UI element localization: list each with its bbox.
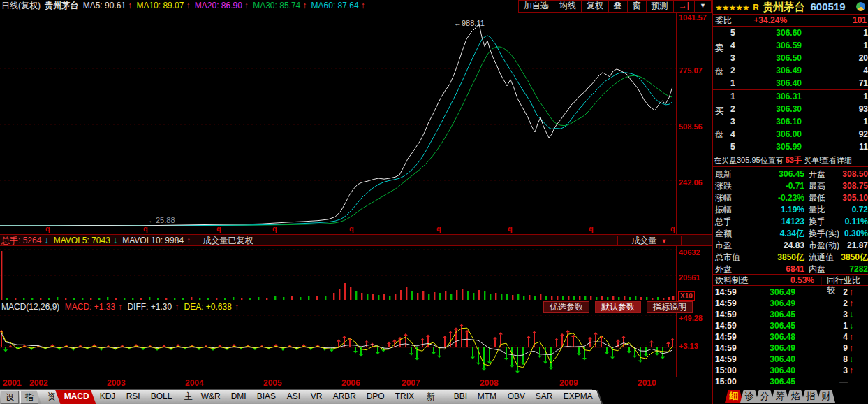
mavol10-trend-icon: ↑: [186, 236, 191, 245]
volume-header-bar: 总手: 5264↓ MAVOL5: 7043↓ MAVOL10: 9984↑ 成…: [0, 234, 712, 246]
year-label: 2009: [559, 378, 578, 388]
year-label: 2002: [29, 378, 48, 388]
settings-button[interactable]: 设置: [1, 391, 19, 404]
svg-text:←25.88: ←25.88: [148, 216, 175, 224]
sector-row: 饮料制造 0.53% | 同行业比较: [715, 275, 868, 285]
svg-text:q: q: [216, 224, 221, 233]
volume-axis-tick: 20561: [679, 273, 700, 282]
ma20-label: MA20: 86.90: [195, 1, 242, 10]
tick-row: 14:59306.499↑: [715, 342, 868, 354]
tab-chips[interactable]: 筹: [771, 390, 789, 403]
volume-axis-tick: 40632: [679, 248, 700, 257]
total-lots-trend-icon: ↓: [44, 236, 48, 245]
divider: [713, 166, 868, 167]
ma20-trend-icon: ↑: [244, 1, 249, 10]
window-button[interactable]: 窗: [628, 1, 647, 12]
sell-row-4: 4306.591: [728, 39, 868, 52]
indicator-help-button[interactable]: 指标说明: [647, 301, 693, 313]
tab-expma[interactable]: EXPMA: [554, 390, 603, 404]
dea-trend-icon: ↑: [235, 302, 239, 312]
overlay-button[interactable]: 叠: [609, 1, 628, 12]
tick-row: 15:00306.45—: [715, 376, 868, 387]
tick-row: 14:59306.451↓: [715, 320, 868, 331]
buy-row-1: 1306.311: [728, 90, 868, 103]
notice-detail-link[interactable]: 买单!查看详细: [802, 156, 852, 164]
year-label: 2005: [263, 378, 282, 388]
year-label: 2001: [3, 378, 22, 388]
market-globe-icon[interactable]: [856, 2, 865, 11]
goto-end-icon[interactable]: →|: [674, 1, 695, 12]
tab-diagnose[interactable]: 诊: [740, 390, 758, 403]
divider: |: [820, 275, 822, 285]
indicator-tab-bar: 设置 指标平台 资讯 MACD KDJ RSI BOLL 主力 W&R DMI …: [0, 389, 592, 404]
tick-row: 14:59306.408↓: [715, 354, 868, 365]
quote-row: 涨幅-0.23%最低305.10: [715, 192, 868, 204]
price-axis-tick: 1041.57: [679, 13, 707, 22]
price-chart-pane: ←988.11←25.88qqqqqqqqq: [0, 13, 676, 234]
macd-title: MACD(12,26,9): [1, 302, 59, 312]
sell-row-3: 3306.5020: [728, 52, 868, 64]
optimal-params-button[interactable]: 优选参数: [543, 301, 589, 313]
sector-change: 0.53%: [790, 275, 814, 285]
ma5-trend-icon: ↑: [128, 1, 132, 10]
svg-text:q: q: [508, 224, 513, 233]
sell-row-1: 1306.4071: [728, 77, 868, 89]
buy-row-4: 4306.0092: [728, 128, 868, 140]
macd-trend-icon: ↑: [118, 302, 122, 312]
ma5-label: MA5: 90.61: [83, 1, 126, 10]
tab-finance[interactable]: 财: [817, 390, 835, 403]
volume-chart: [0, 247, 676, 301]
sell-side-label: 卖盘: [714, 36, 724, 84]
price-chart: ←988.11←25.88qqqqqqqqq: [0, 13, 676, 234]
tdx-app-window: 日线(复权) 贵州茅台 MA5: 90.61↑ MA10: 89.07↑ MA2…: [0, 0, 868, 404]
quote-row: 最新306.45开盘308.50: [715, 168, 868, 180]
divider: [713, 274, 868, 275]
notice-lots: 53手: [786, 156, 802, 164]
tab-detail[interactable]: 细: [725, 390, 743, 403]
tick-row: 14:59306.492↑: [715, 298, 868, 309]
svg-text:q: q: [589, 224, 594, 233]
tick-row: 15:00306.403↑: [715, 365, 868, 376]
panel-divider: [712, 0, 713, 404]
year-label: 2003: [107, 378, 126, 388]
buy-row-5: 5305.9911: [728, 140, 868, 153]
chart-toolbar: 加自选 均线 复权 叠 窗 预测 →| ▼: [518, 0, 712, 13]
ma60-label: MA60: 87.64: [311, 1, 359, 10]
diff-trend-icon: ↑: [175, 302, 179, 312]
stock-code: 600519: [811, 1, 846, 13]
notice-text: 在买盘305.95位置有: [714, 156, 786, 164]
tick-row: 14:59306.492↑: [715, 287, 868, 298]
year-label: 2004: [185, 378, 204, 388]
divider: [713, 154, 868, 154]
tab-index[interactable]: 指: [802, 390, 820, 403]
volume-chart-pane: [0, 247, 676, 303]
add-watchlist-button[interactable]: 加自选: [519, 1, 554, 12]
quote-row: 涨跌-0.71最高308.75: [715, 180, 868, 192]
tab-flame[interactable]: 焰: [786, 390, 804, 403]
price-axis-tick: 242.06: [679, 178, 703, 187]
tab-minute[interactable]: 分: [756, 390, 774, 403]
ma30-trend-icon: ↑: [302, 1, 307, 10]
sector-name[interactable]: 饮料制造: [715, 275, 749, 285]
adjust-price-button[interactable]: 复权: [582, 1, 609, 12]
default-params-button[interactable]: 默认参数: [595, 301, 641, 313]
ma10-label: MA10: 89.07: [136, 1, 184, 10]
svg-text:q: q: [272, 224, 277, 233]
time-axis: 2001200220032004200520062007200820092010: [0, 378, 712, 389]
volume-indicator-select[interactable]: 成交量▼: [617, 236, 682, 246]
svg-text:q: q: [670, 224, 675, 233]
forecast-button[interactable]: 预测: [647, 1, 674, 12]
macd-value: MACD: +1.33: [65, 302, 115, 312]
divider: [713, 285, 868, 286]
macd-axis-tick: +49.28: [679, 314, 703, 322]
ma30-label: MA30: 85.74: [253, 1, 300, 10]
order-notice: 在买盘305.95位置有 53手 买单!查看详细: [714, 155, 868, 166]
indicator-platform-button[interactable]: 指标平台: [20, 391, 38, 404]
year-label: 2008: [480, 378, 499, 388]
ma60-trend-icon: ↑: [361, 1, 365, 10]
quote-row: 总手14123换手0.11%: [715, 216, 868, 228]
year-label: 2006: [341, 378, 360, 388]
chevron-down-icon[interactable]: ▼: [695, 1, 711, 12]
ma-toggle-button[interactable]: 均线: [554, 1, 582, 12]
sell-row-2: 2306.494: [728, 64, 868, 77]
